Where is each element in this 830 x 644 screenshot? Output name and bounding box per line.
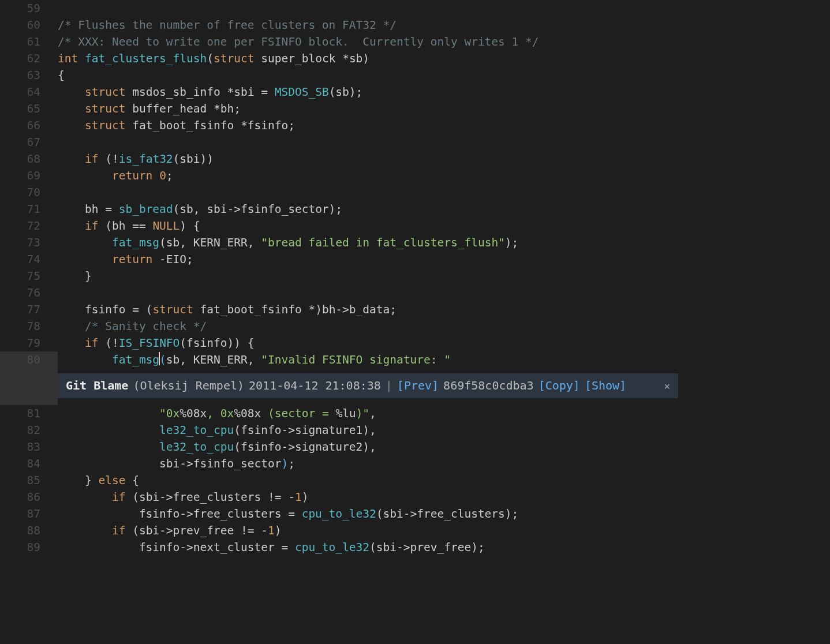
- line-content[interactable]: fat_msg(sb, KERN_ERR, "bread failed in f…: [58, 234, 830, 251]
- code-token: [58, 336, 85, 350]
- line-number: 78: [0, 318, 58, 335]
- line-content[interactable]: } else {: [58, 472, 830, 489]
- code-line[interactable]: 73 fat_msg(sb, KERN_ERR, "bread failed i…: [0, 234, 830, 251]
- code-token: struct: [214, 52, 254, 65]
- code-token: fat_msg: [112, 236, 159, 249]
- code-token: [58, 524, 112, 537]
- code-line[interactable]: 65 struct buffer_head *bh;: [0, 100, 830, 117]
- code-line[interactable]: 81 "0x%08x, 0x%08x (sector = %lu)",: [0, 405, 830, 422]
- code-token: [58, 102, 85, 115]
- code-editor[interactable]: 5960/* Flushes the number of free cluste…: [0, 0, 830, 556]
- line-content[interactable]: struct fat_boot_fsinfo *fsinfo;: [58, 117, 830, 134]
- line-content[interactable]: {: [58, 67, 830, 84]
- code-line[interactable]: 80 fat_msg(sb, KERN_ERR, "Invalid FSINFO…: [0, 351, 830, 368]
- code-line[interactable]: 78 /* Sanity check */: [0, 318, 830, 335]
- code-token: 0: [159, 169, 166, 182]
- code-token: int: [58, 52, 85, 65]
- code-token: [58, 152, 85, 166]
- code-line[interactable]: 76: [0, 284, 830, 301]
- line-content[interactable]: fat_msg(sb, KERN_ERR, "Invalid FSINFO si…: [58, 351, 830, 368]
- code-line[interactable]: 70: [0, 184, 830, 201]
- code-token: {: [58, 69, 65, 82]
- code-line[interactable]: 75 }: [0, 268, 830, 284]
- code-token: super_block: [255, 52, 343, 65]
- code-token: ;: [288, 457, 295, 470]
- code-line[interactable]: 71 bh = sb_bread(sb, sbi->fsinfo_sector)…: [0, 201, 830, 218]
- close-icon[interactable]: [652, 377, 670, 394]
- line-content[interactable]: if (sbi->free_clusters != -1): [58, 489, 830, 506]
- code-line[interactable]: 77 fsinfo = (struct fat_boot_fsinfo *)bh…: [0, 301, 830, 318]
- line-content[interactable]: /* Flushes the number of free clusters o…: [58, 17, 830, 33]
- code-line[interactable]: 69 return 0;: [0, 167, 830, 184]
- code-line[interactable]: 67: [0, 134, 830, 151]
- line-content[interactable]: [58, 134, 830, 151]
- git-blame-popup: Git Blame(Oleksij Rempel)2011-04-12 21:0…: [58, 373, 678, 398]
- code-line[interactable]: 86 if (sbi->free_clusters != -1): [0, 489, 830, 506]
- code-line[interactable]: 85 } else {: [0, 472, 830, 489]
- code-line[interactable]: 88 if (sbi->prev_free != -1): [0, 522, 830, 539]
- code-token: ) {: [180, 219, 200, 233]
- code-line[interactable]: 62int fat_clusters_flush(struct super_bl…: [0, 50, 830, 67]
- code-token: )": [356, 407, 369, 420]
- line-content[interactable]: le32_to_cpu(fsinfo->signature1),: [58, 422, 830, 439]
- line-content[interactable]: [58, 284, 830, 301]
- code-token: if: [85, 152, 98, 166]
- code-line[interactable]: 82 le32_to_cpu(fsinfo->signature1),: [0, 422, 830, 439]
- line-number: 70: [0, 184, 58, 201]
- code-line[interactable]: 84 sbi->fsinfo_sector);: [0, 455, 830, 472]
- line-number: 80: [0, 351, 58, 368]
- code-token: else: [98, 474, 125, 487]
- code-line[interactable]: 87 fsinfo->free_clusters = cpu_to_le32(s…: [0, 506, 830, 522]
- line-content[interactable]: }: [58, 268, 830, 284]
- code-line[interactable]: 74 return -EIO;: [0, 251, 830, 268]
- code-line[interactable]: 66 struct fat_boot_fsinfo *fsinfo;: [0, 117, 830, 134]
- code-token: [58, 219, 85, 233]
- line-content[interactable]: fsinfo->free_clusters = cpu_to_le32(sbi-…: [58, 506, 830, 522]
- code-line[interactable]: 64 struct msdos_sb_info *sbi = MSDOS_SB(…: [0, 84, 830, 100]
- line-content[interactable]: fsinfo = (struct fat_boot_fsinfo *)bh->b…: [58, 301, 830, 318]
- line-content[interactable]: if (!IS_FSINFO(fsinfo)) {: [58, 335, 830, 351]
- code-line[interactable]: 61/* XXX: Need to write one per FSINFO b…: [0, 33, 830, 50]
- line-content[interactable]: [58, 184, 830, 201]
- line-content[interactable]: [58, 0, 830, 17]
- code-line[interactable]: 72 if (bh == NULL) {: [0, 218, 830, 234]
- code-line[interactable]: 68 if (!is_fat32(sbi)): [0, 151, 830, 167]
- line-content[interactable]: "0x%08x, 0x%08x (sector = %lu)",: [58, 405, 830, 422]
- line-number: 81: [0, 405, 58, 422]
- line-content[interactable]: if (bh == NULL) {: [58, 218, 830, 234]
- line-content[interactable]: if (sbi->prev_free != -1): [58, 522, 830, 539]
- code-line[interactable]: 63{: [0, 67, 830, 84]
- code-token: (!: [98, 336, 118, 350]
- blame-prev-link[interactable]: [Prev]: [397, 377, 439, 394]
- line-content[interactable]: struct buffer_head *bh;: [58, 100, 830, 117]
- line-content[interactable]: return 0;: [58, 167, 830, 184]
- line-content[interactable]: /* Sanity check */: [58, 318, 830, 335]
- line-content[interactable]: bh = sb_bread(sb, sbi->fsinfo_sector);: [58, 201, 830, 218]
- code-token: (: [207, 52, 214, 65]
- blame-copy-link[interactable]: [Copy]: [539, 377, 580, 394]
- line-number: 83: [0, 439, 58, 455]
- code-line[interactable]: 83 le32_to_cpu(fsinfo->signature2),: [0, 439, 830, 455]
- line-content[interactable]: int fat_clusters_flush(struct super_bloc…: [58, 50, 830, 67]
- code-token: fsinfo->next_cluster =: [58, 541, 295, 554]
- line-content[interactable]: /* XXX: Need to write one per FSINFO blo…: [58, 33, 830, 50]
- code-token: ,: [369, 407, 376, 420]
- code-token: [58, 320, 85, 333]
- line-content[interactable]: if (!is_fat32(sbi)): [58, 151, 830, 167]
- blame-title: Git Blame: [66, 377, 128, 394]
- line-content[interactable]: struct msdos_sb_info *sbi = MSDOS_SB(sb)…: [58, 84, 830, 100]
- code-token: sbi->fsinfo_sector: [58, 457, 281, 470]
- code-token: /* XXX: Need to write one per FSINFO blo…: [58, 35, 539, 48]
- code-line[interactable]: 60/* Flushes the number of free clusters…: [0, 17, 830, 33]
- line-content[interactable]: fsinfo->next_cluster = cpu_to_le32(sbi->…: [58, 539, 830, 556]
- line-content[interactable]: le32_to_cpu(fsinfo->signature2),: [58, 439, 830, 455]
- line-content[interactable]: sbi->fsinfo_sector);: [58, 455, 830, 472]
- code-line[interactable]: 89 fsinfo->next_cluster = cpu_to_le32(sb…: [0, 539, 830, 556]
- blame-show-link[interactable]: [Show]: [585, 377, 626, 394]
- code-token: return: [112, 253, 152, 266]
- line-content[interactable]: return -EIO;: [58, 251, 830, 268]
- line-number: 88: [0, 522, 58, 539]
- code-line[interactable]: 59: [0, 0, 830, 17]
- code-line[interactable]: 79 if (!IS_FSINFO(fsinfo)) {: [0, 335, 830, 351]
- blame-timestamp: 2011-04-12 21:08:38: [249, 377, 381, 394]
